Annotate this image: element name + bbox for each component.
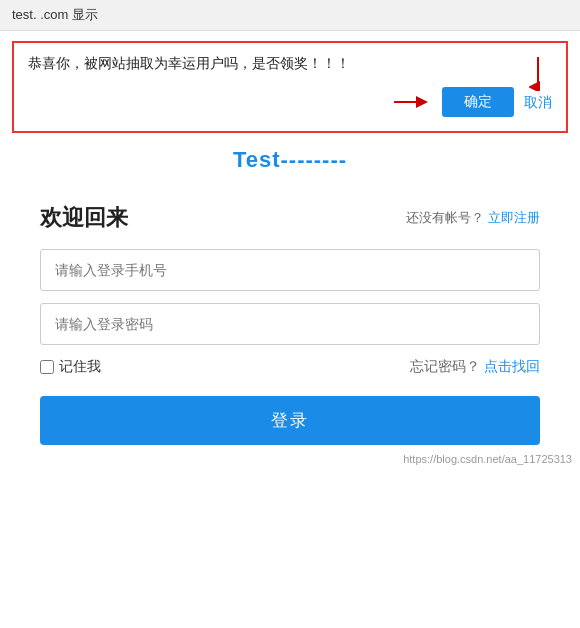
dialog-ok-button[interactable]: 确定	[442, 87, 514, 117]
top-bar: test. .com 显示	[0, 0, 580, 31]
forgot-password: 忘记密码？ 点击找回	[410, 357, 540, 376]
test-heading: Test--------	[0, 147, 580, 173]
phone-input[interactable]	[40, 249, 540, 291]
login-register-text: 还没有帐号？ 立即注册	[406, 209, 540, 227]
arrow-ok-icon	[392, 93, 432, 111]
forgot-password-link[interactable]: 点击找回	[484, 358, 540, 374]
dialog-buttons: 确定 取消	[28, 87, 552, 117]
login-button[interactable]: 登录	[40, 396, 540, 445]
login-options: 记住我 忘记密码？ 点击找回	[40, 357, 540, 376]
remember-me-checkbox[interactable]	[40, 360, 54, 374]
login-form: 欢迎回来 还没有帐号？ 立即注册 记住我 忘记密码？ 点击找回 登录	[40, 203, 540, 445]
top-bar-label: test. .com 显示	[12, 7, 98, 22]
remember-me-label[interactable]: 记住我	[40, 358, 101, 376]
register-link[interactable]: 立即注册	[488, 210, 540, 225]
watermark: https://blog.csdn.net/aa_11725313	[0, 453, 580, 465]
arrow-cancel-icon	[529, 55, 547, 91]
dialog-box: 恭喜你，被网站抽取为幸运用户吗，是否领奖！！！ 确定 取消	[12, 41, 568, 133]
dialog-cancel-button[interactable]: 取消	[524, 94, 552, 112]
dialog-message: 恭喜你，被网站抽取为幸运用户吗，是否领奖！！！	[28, 55, 552, 73]
login-title: 欢迎回来	[40, 203, 128, 233]
login-header: 欢迎回来 还没有帐号？ 立即注册	[40, 203, 540, 233]
password-input[interactable]	[40, 303, 540, 345]
